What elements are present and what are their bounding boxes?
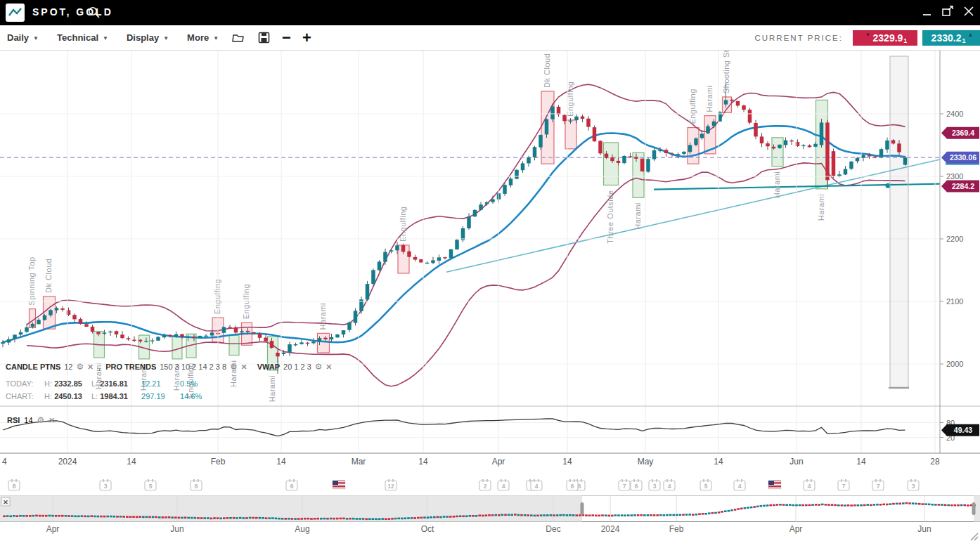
candle-body[interactable] [640, 159, 645, 171]
candle-body[interactable] [485, 202, 489, 204]
candle-body[interactable] [617, 161, 621, 163]
candle-body[interactable] [335, 334, 340, 337]
candle-body[interactable] [861, 155, 865, 157]
candle-body[interactable] [395, 245, 399, 250]
candle-body[interactable] [467, 216, 471, 228]
candle-body[interactable] [246, 331, 250, 332]
candle-body[interactable] [204, 336, 208, 337]
open-folder-icon[interactable] [231, 32, 245, 44]
candle-body[interactable] [294, 344, 298, 345]
candle-body[interactable] [808, 145, 812, 147]
candle-body[interactable] [670, 154, 674, 155]
candle-body[interactable] [760, 136, 764, 143]
candle-body[interactable] [180, 334, 184, 337]
candle-body[interactable] [712, 122, 716, 126]
candle-body[interactable] [778, 145, 782, 148]
candle-body[interactable] [258, 334, 262, 338]
candle-body[interactable] [37, 320, 41, 324]
candle-body[interactable] [545, 119, 549, 135]
candle-body[interactable] [652, 150, 657, 159]
minimize-button[interactable] [922, 6, 932, 18]
calendar-event-icon[interactable]: 6 [567, 479, 578, 490]
candle-body[interactable] [813, 144, 818, 147]
candle-body[interactable] [742, 105, 746, 110]
calendar-event-icon[interactable]: 12 [385, 479, 396, 490]
candle-body[interactable] [162, 335, 167, 337]
calendar-event-icon[interactable]: 3 [649, 479, 660, 490]
resize-grip-icon[interactable] [974, 537, 978, 540]
resize-grip-icon[interactable] [971, 533, 978, 540]
candle-body[interactable] [19, 332, 23, 335]
navigator-range-handle[interactable] [581, 502, 584, 515]
candle-body[interactable] [832, 151, 836, 176]
candle-body[interactable] [366, 284, 370, 299]
zoom-in-button[interactable]: + [302, 31, 311, 45]
candle-body[interactable] [646, 159, 650, 171]
candle-body[interactable] [306, 343, 310, 344]
candle-body[interactable] [801, 145, 806, 146]
calendar-event-icon[interactable]: 7 [872, 479, 884, 490]
trendline-anchor-dot[interactable] [886, 183, 891, 188]
candle-body[interactable] [634, 157, 638, 158]
candle-body[interactable] [79, 319, 83, 324]
candle-body[interactable] [282, 353, 286, 354]
calendar-event-icon[interactable]: 7 [619, 479, 630, 490]
calendar-event-icon[interactable]: 8 [8, 479, 20, 490]
close-button[interactable] [964, 6, 974, 17]
candle-body[interactable] [108, 332, 112, 332]
calendar-event-icon[interactable]: 4 [498, 479, 509, 490]
menu-technical[interactable]: Technical ▼ [57, 32, 108, 43]
candle-body[interactable] [539, 135, 543, 148]
candle-body[interactable] [622, 156, 626, 163]
search-icon[interactable] [87, 6, 101, 20]
candle-body[interactable] [168, 335, 172, 337]
candle-body[interactable] [521, 163, 525, 170]
candle-body[interactable] [825, 122, 830, 180]
candle-body[interactable] [557, 107, 561, 115]
settings-icon[interactable]: ⚙ [315, 362, 323, 372]
candle-body[interactable] [288, 344, 292, 353]
candle-body[interactable] [473, 210, 477, 217]
calendar-event-icon[interactable]: 6 [631, 479, 642, 490]
navigator-close-icon[interactable]: ✕ [3, 499, 8, 506]
candle-body[interactable] [628, 156, 633, 157]
candle-body[interactable] [885, 141, 889, 150]
candle-body[interactable] [586, 119, 591, 127]
calendar-event-icon[interactable]: 4 [804, 479, 815, 490]
candle-body[interactable] [766, 143, 770, 146]
candle-body[interactable] [60, 308, 65, 310]
candle-body[interactable] [849, 162, 853, 169]
candle-body[interactable] [730, 100, 734, 101]
candle-body[interactable] [431, 260, 435, 263]
candle-body[interactable] [234, 327, 238, 333]
close-icon[interactable]: ✕ [49, 416, 55, 424]
candle-body[interactable] [252, 332, 256, 334]
candle-body[interactable] [664, 150, 669, 153]
candle-body[interactable] [378, 261, 382, 270]
navigator-range-handle[interactable] [972, 502, 976, 515]
candle-body[interactable] [55, 308, 59, 310]
candle-body[interactable] [736, 101, 740, 106]
candle-body[interactable] [682, 152, 686, 154]
candle-body[interactable] [276, 353, 280, 356]
candle-body[interactable] [503, 185, 507, 194]
candle-body[interactable] [401, 245, 406, 252]
candle-body[interactable] [318, 338, 322, 341]
calendar-event-icon[interactable]: 6 [286, 479, 297, 490]
candle-body[interactable] [868, 155, 872, 156]
candle-body[interactable] [754, 123, 758, 136]
menu-display[interactable]: Display ▼ [127, 32, 169, 43]
candle-body[interactable] [186, 337, 191, 337]
candle-body[interactable] [342, 330, 346, 334]
candle-body[interactable] [84, 324, 89, 327]
candle-body[interactable] [389, 250, 394, 252]
candle-body[interactable] [210, 332, 214, 335]
zoom-out-button[interactable]: − [282, 31, 291, 45]
candle-body[interactable] [724, 100, 728, 104]
price-chart-canvas[interactable]: Spinning TopDk CloudHaramiHaramiHaramiEn… [0, 0, 980, 541]
candle-body[interactable] [461, 228, 465, 240]
menu-timeframe[interactable]: Daily ▼ [7, 32, 39, 43]
candle-body[interactable] [706, 126, 710, 133]
candle-body[interactable] [581, 117, 585, 119]
candle-body[interactable] [449, 249, 453, 259]
